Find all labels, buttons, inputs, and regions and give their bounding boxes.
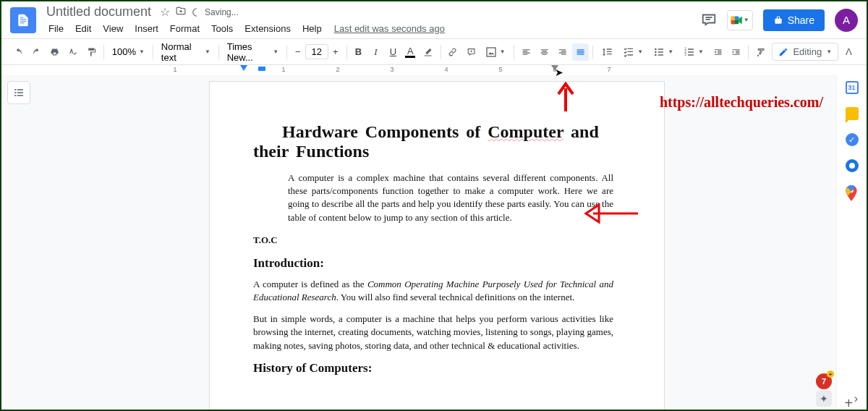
menu-view[interactable]: View — [98, 22, 128, 35]
align-center-icon[interactable] — [536, 43, 553, 61]
styles-dropdown[interactable]: Normal text▼ — [157, 39, 215, 65]
user-avatar[interactable]: A — [835, 9, 858, 32]
text-color-button[interactable]: A — [402, 43, 418, 61]
checklist-icon[interactable]: ▼ — [618, 44, 647, 60]
zoom-value: 100% — [112, 46, 136, 57]
move-icon[interactable] — [176, 6, 186, 19]
maps-icon[interactable] — [845, 185, 859, 200]
paragraph[interactable]: A computer is defined as the Common Oper… — [253, 278, 613, 304]
decrease-indent-icon[interactable] — [710, 43, 726, 61]
explore-badge[interactable]: 7 — [816, 373, 832, 389]
saving-status: Saving... — [192, 7, 239, 17]
svg-rect-4 — [487, 48, 495, 56]
underline-button[interactable]: U — [385, 43, 401, 60]
outline-panel — [1, 75, 38, 410]
meet-icon[interactable]: ▼ — [727, 10, 753, 30]
document-title[interactable]: Untitled document — [43, 4, 154, 20]
separator — [346, 45, 347, 59]
redo-icon[interactable] — [28, 43, 45, 61]
calendar-icon[interactable]: 31 — [846, 81, 859, 94]
editing-mode-dropdown[interactable]: Editing ▼ — [772, 43, 838, 61]
ruler-tick: 4 — [444, 66, 448, 73]
add-comment-icon[interactable] — [463, 43, 480, 61]
outline-toggle-icon[interactable] — [7, 81, 30, 104]
undo-icon[interactable] — [10, 43, 27, 61]
text-run: A computer is defined as the — [253, 279, 367, 289]
ruler-indent-left-icon[interactable] — [240, 65, 247, 71]
menu-file[interactable]: File — [43, 22, 69, 35]
docs-logo[interactable] — [10, 7, 36, 33]
insert-image-dropdown[interactable]: ▼ — [481, 44, 510, 60]
doc-heading[interactable]: Hardware Components of Computer and thei… — [253, 122, 613, 161]
section-heading-intro[interactable]: Introduction: — [253, 256, 613, 271]
menu-format[interactable]: Format — [165, 22, 205, 35]
svg-point-6 — [655, 51, 657, 53]
separator — [103, 45, 104, 59]
explore-icon[interactable]: ✦ — [816, 391, 832, 407]
zoom-dropdown[interactable]: 100%▼ — [108, 44, 149, 59]
side-panel: 31 ✓ + — [836, 75, 867, 410]
last-edit-link[interactable]: Last edit was seconds ago — [334, 23, 445, 34]
italic-button[interactable]: I — [367, 43, 383, 61]
menu-insert[interactable]: Insert — [129, 22, 163, 35]
keep-icon[interactable] — [846, 107, 859, 120]
bulleted-list-icon[interactable]: ▼ — [649, 44, 678, 60]
highlight-button[interactable] — [420, 43, 436, 61]
svg-rect-3 — [731, 20, 734, 24]
line-spacing-icon[interactable] — [597, 44, 617, 60]
insert-link-icon[interactable] — [444, 43, 461, 61]
header-actions: ▼ Share A — [701, 9, 858, 32]
toc-heading[interactable]: T.O.C — [253, 234, 613, 246]
page[interactable]: Hardware Components of Computer and thei… — [209, 81, 665, 410]
clear-formatting-icon[interactable] — [752, 43, 769, 61]
share-button[interactable]: Share — [763, 9, 825, 31]
title-area: Untitled document ☆ Saving... File Edit … — [43, 4, 701, 37]
side-panel-collapse-icon[interactable]: › — [854, 392, 858, 405]
svg-point-5 — [655, 48, 657, 50]
heading-text: Hardware Components of — [282, 122, 488, 141]
heading-spellcheck-word: Computer — [488, 122, 563, 141]
bold-button[interactable]: B — [350, 43, 366, 60]
separator — [592, 45, 593, 59]
svg-text:3: 3 — [684, 53, 686, 56]
paint-format-icon[interactable] — [83, 43, 100, 61]
paragraph[interactable]: But in simple words, a computer is a mac… — [253, 313, 613, 352]
align-justify-icon[interactable] — [572, 43, 589, 61]
separator — [514, 45, 514, 59]
numbered-list-icon[interactable]: 123▼ — [679, 44, 708, 60]
menu-help[interactable]: Help — [297, 22, 327, 35]
menu-tools[interactable]: Tools — [206, 22, 238, 35]
align-left-icon[interactable] — [518, 43, 535, 61]
font-dropdown[interactable]: Times New...▼ — [223, 39, 283, 65]
increase-indent-icon[interactable] — [728, 43, 744, 61]
saving-text: Saving... — [205, 7, 239, 17]
contacts-icon[interactable] — [846, 159, 859, 172]
spellcheck-icon[interactable] — [65, 43, 82, 61]
collapse-toolbar-icon[interactable]: ᐱ — [840, 43, 858, 60]
font-size-increase[interactable]: + — [328, 45, 343, 59]
share-label: Share — [788, 14, 814, 26]
font-size-decrease[interactable]: − — [291, 45, 305, 59]
menu-edit[interactable]: Edit — [70, 22, 96, 35]
separator — [286, 45, 287, 59]
app-header: Untitled document ☆ Saving... File Edit … — [1, 1, 867, 39]
tasks-icon[interactable]: ✓ — [846, 133, 859, 146]
separator — [153, 45, 153, 59]
ruler-tick: 7 — [607, 66, 610, 73]
align-right-icon[interactable] — [554, 43, 571, 61]
ruler-first-line-icon[interactable] — [258, 67, 265, 71]
separator — [218, 45, 219, 59]
menu-extensions[interactable]: Extensions — [239, 22, 296, 35]
comment-history-icon[interactable] — [701, 11, 717, 30]
ruler-indent-right-icon[interactable] — [551, 65, 558, 71]
ruler-tick: 1 — [281, 66, 285, 73]
section-heading-history[interactable]: History of Computers: — [253, 361, 613, 376]
star-icon[interactable]: ☆ — [160, 5, 170, 19]
intro-paragraph[interactable]: A computer is a complex machine that con… — [253, 171, 613, 224]
print-icon[interactable] — [46, 43, 63, 61]
document-canvas[interactable]: Hardware Components of Computer and thei… — [38, 75, 836, 410]
toolbar: 100%▼ Normal text▼ Times New...▼ − 12 + … — [1, 39, 867, 65]
font-value: Times New... — [227, 41, 271, 63]
ruler[interactable]: 1 1 2 3 4 5 6 7 — [1, 65, 867, 75]
font-size-value[interactable]: 12 — [305, 44, 328, 59]
